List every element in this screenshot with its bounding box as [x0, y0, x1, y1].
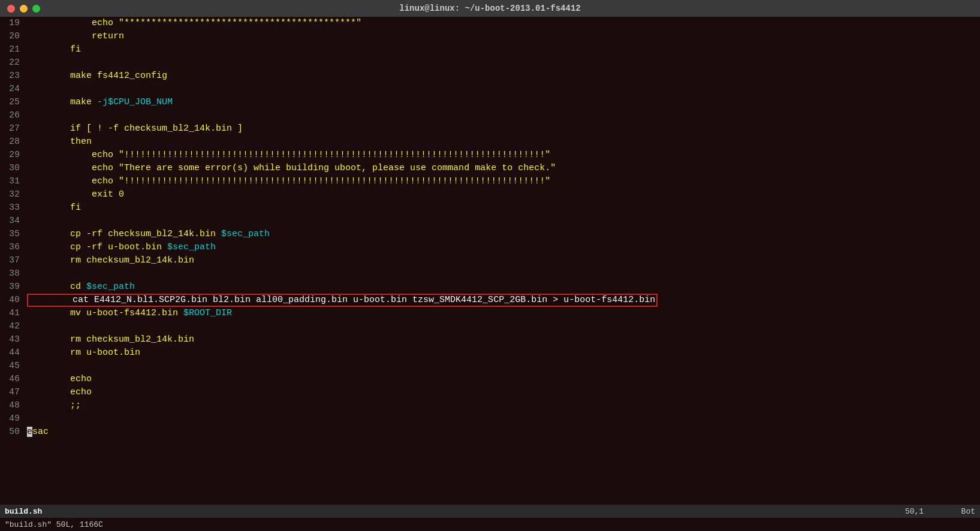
line-content: then	[27, 135, 980, 149]
line-content: mv u-boot-fs4412.bin $ROOT_DIR	[27, 307, 980, 320]
code-line: 48 ;;	[0, 399, 980, 412]
code-line: 35 cp -rf checksum_bl2_14k.bin $sec_path	[0, 228, 980, 241]
line-number: 49	[0, 412, 27, 426]
line-number: 43	[0, 333, 27, 346]
code-line: 32 exit 0	[0, 188, 980, 201]
line-number: 41	[0, 307, 27, 320]
line-number: 23	[0, 70, 27, 83]
line-content: echo	[27, 386, 980, 399]
line-content: cd $sec_path	[27, 280, 980, 294]
code-line: 50esac	[0, 426, 980, 439]
line-number: 42	[0, 320, 27, 333]
line-number: 37	[0, 254, 27, 267]
traffic-yellow[interactable]	[20, 5, 28, 13]
line-number: 26	[0, 109, 27, 122]
line-number: 33	[0, 201, 27, 215]
line-content: cat E4412_N.bl1.SCP2G.bin bl2.bin all00_…	[27, 294, 980, 307]
title-bar: linux@linux: ~/u-boot-2013.01-fs4412	[0, 0, 980, 17]
line-number: 20	[0, 30, 27, 43]
line-number: 34	[0, 215, 27, 228]
line-content: fi	[27, 43, 980, 56]
code-line: 47 echo	[0, 386, 980, 399]
code-line: 34	[0, 215, 980, 228]
code-container: 19 echo "*******************************…	[0, 17, 980, 439]
line-content: rm checksum_bl2_14k.bin	[27, 254, 980, 267]
line-number: 44	[0, 346, 27, 360]
line-content: rm checksum_bl2_14k.bin	[27, 333, 980, 346]
code-line: 42	[0, 320, 980, 333]
code-line: 21 fi	[0, 43, 980, 56]
code-line: 24	[0, 83, 980, 96]
status-filename: build.sh	[5, 507, 42, 516]
line-number: 45	[0, 360, 27, 373]
line-number: 36	[0, 241, 27, 254]
line-number: 32	[0, 188, 27, 201]
code-line: 40 cat E4412_N.bl1.SCP2G.bin bl2.bin all…	[0, 294, 980, 307]
code-line: 46 echo	[0, 373, 980, 386]
code-line: 19 echo "*******************************…	[0, 17, 980, 30]
bottom-text: "build.sh" 50L, 1166C	[5, 520, 103, 529]
bottom-bar: "build.sh" 50L, 1166C	[0, 518, 980, 531]
code-line: 27 if [ ! -f checksum_bl2_14k.bin ]	[0, 122, 980, 135]
line-content: exit 0	[27, 188, 980, 201]
code-line: 36 cp -rf u-boot.bin $sec_path	[0, 241, 980, 254]
code-line: 20 return	[0, 30, 980, 43]
line-number: 19	[0, 17, 27, 30]
line-content: make fs4412_config	[27, 70, 980, 83]
line-content: cp -rf u-boot.bin $sec_path	[27, 241, 980, 254]
code-line: 23 make fs4412_config	[0, 70, 980, 83]
code-line: 41 mv u-boot-fs4412.bin $ROOT_DIR	[0, 307, 980, 320]
line-number: 50	[0, 426, 27, 439]
line-content: rm u-boot.bin	[27, 346, 980, 360]
line-content: echo "!!!!!!!!!!!!!!!!!!!!!!!!!!!!!!!!!!…	[27, 175, 980, 188]
code-line: 28 then	[0, 135, 980, 149]
line-number: 22	[0, 56, 27, 70]
line-number: 35	[0, 228, 27, 241]
status-bar: build.sh 50,1 Bot	[0, 505, 980, 518]
line-number: 25	[0, 96, 27, 109]
code-line: 49	[0, 412, 980, 426]
code-line: 22	[0, 56, 980, 70]
line-number: 47	[0, 386, 27, 399]
code-line: 39 cd $sec_path	[0, 280, 980, 294]
line-number: 27	[0, 122, 27, 135]
line-number: 29	[0, 149, 27, 162]
line-content: make -j$CPU_JOB_NUM	[27, 96, 980, 109]
line-content: if [ ! -f checksum_bl2_14k.bin ]	[27, 122, 980, 135]
line-content: return	[27, 30, 980, 43]
line-content: fi	[27, 201, 980, 215]
code-line: 30 echo "There are some error(s) while b…	[0, 162, 980, 175]
line-content: esac	[27, 426, 980, 439]
status-position: 50,1 Bot	[905, 507, 975, 516]
line-content: echo	[27, 373, 980, 386]
line-content: ;;	[27, 399, 980, 412]
line-number: 38	[0, 267, 27, 280]
code-line: 31 echo "!!!!!!!!!!!!!!!!!!!!!!!!!!!!!!!…	[0, 175, 980, 188]
code-line: 44 rm u-boot.bin	[0, 346, 980, 360]
line-content: cp -rf checksum_bl2_14k.bin $sec_path	[27, 228, 980, 241]
line-number: 30	[0, 162, 27, 175]
code-line: 25 make -j$CPU_JOB_NUM	[0, 96, 980, 109]
code-line: 37 rm checksum_bl2_14k.bin	[0, 254, 980, 267]
line-number: 48	[0, 399, 27, 412]
line-number: 40	[0, 294, 27, 307]
editor-area: 19 echo "*******************************…	[0, 17, 980, 505]
line-number: 24	[0, 83, 27, 96]
code-line: 33 fi	[0, 201, 980, 215]
code-line: 43 rm checksum_bl2_14k.bin	[0, 333, 980, 346]
line-number: 21	[0, 43, 27, 56]
code-line: 38	[0, 267, 980, 280]
line-number: 28	[0, 135, 27, 149]
line-content: echo "There are some error(s) while buil…	[27, 162, 980, 175]
line-number: 31	[0, 175, 27, 188]
line-content: echo "**********************************…	[27, 17, 980, 30]
traffic-red[interactable]	[7, 5, 15, 13]
traffic-green[interactable]	[32, 5, 40, 13]
line-content: echo "!!!!!!!!!!!!!!!!!!!!!!!!!!!!!!!!!!…	[27, 149, 980, 162]
code-line: 45	[0, 360, 980, 373]
code-line: 26	[0, 109, 980, 122]
window-title: linux@linux: ~/u-boot-2013.01-fs4412	[399, 4, 580, 13]
code-line: 29 echo "!!!!!!!!!!!!!!!!!!!!!!!!!!!!!!!…	[0, 149, 980, 162]
line-number: 46	[0, 373, 27, 386]
line-number: 39	[0, 280, 27, 294]
